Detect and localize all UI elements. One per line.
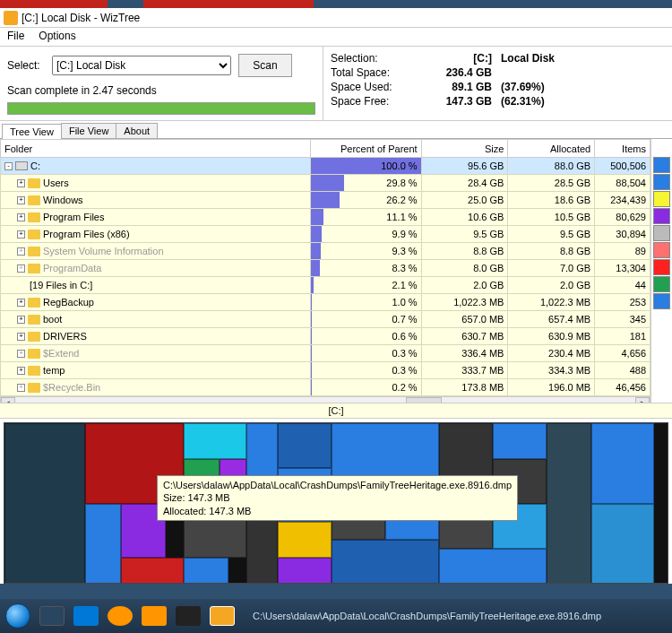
size-value: 173.8 MB: [421, 379, 508, 396]
expander-icon[interactable]: +: [17, 247, 25, 256]
treemap-block[interactable]: [278, 423, 332, 468]
wiztree-task-icon[interactable]: [210, 606, 235, 626]
selection-drive: [C:]: [429, 52, 492, 65]
size-value: 8.8 GB: [421, 243, 508, 260]
firefox-icon[interactable]: [108, 606, 133, 626]
treemap-block[interactable]: [184, 423, 246, 459]
legend-swatch[interactable]: [653, 208, 670, 224]
start-button[interactable]: [5, 603, 30, 629]
treemap-block[interactable]: [591, 423, 654, 504]
scroll-right-icon[interactable]: >: [635, 397, 650, 403]
legend-swatch[interactable]: [653, 157, 670, 173]
treemap-block[interactable]: [85, 504, 121, 584]
scroll-thumb[interactable]: [406, 397, 442, 403]
treemap-block[interactable]: [493, 423, 547, 459]
expander-icon[interactable]: +: [17, 384, 25, 392]
row-name: DRIVERS: [43, 331, 87, 342]
row-name: $Recycle.Bin: [43, 382, 100, 393]
col-folder[interactable]: Folder: [1, 140, 311, 158]
table-row[interactable]: +ProgramData8.3 %8.0 GB7.0 GB13,304: [1, 260, 650, 277]
app-icon-2[interactable]: [176, 606, 201, 626]
scan-button[interactable]: Scan: [238, 54, 292, 77]
treemap-block[interactable]: [439, 549, 547, 584]
menu-file[interactable]: File: [7, 30, 24, 42]
expander-icon[interactable]: +: [17, 333, 25, 341]
tab-about[interactable]: About: [116, 123, 158, 138]
table-row[interactable]: +boot0.7 %657.0 MB657.4 MB345: [1, 311, 650, 328]
items-value: 88,504: [595, 175, 650, 192]
taskbar[interactable]: C:\Users\dalaw\AppData\Local\CrashDumps\…: [0, 599, 672, 633]
expander-icon[interactable]: +: [17, 367, 25, 375]
size-value: 95.6 GB: [421, 158, 508, 175]
drive-select[interactable]: [C:] Local Disk: [52, 56, 231, 75]
expander-icon[interactable]: +: [17, 350, 25, 358]
expander-icon[interactable]: +: [17, 179, 25, 187]
expander-icon[interactable]: +: [17, 316, 25, 324]
legend-swatch[interactable]: [653, 293, 670, 309]
treemap-block[interactable]: [547, 423, 591, 584]
table-row[interactable]: +Users29.8 %28.4 GB28.5 GB88,504: [1, 175, 650, 192]
app-icon: [4, 11, 18, 25]
treemap[interactable]: C:\Users\dalaw\AppData\Local\CrashDumps\…: [4, 422, 668, 584]
percent-value: 8.3 %: [311, 262, 421, 274]
allocated-value: 7.0 GB: [508, 260, 595, 277]
menu-options[interactable]: Options: [39, 30, 75, 42]
legend-swatch[interactable]: [653, 276, 670, 292]
treemap-block[interactable]: [4, 423, 85, 584]
legend-swatch[interactable]: [653, 259, 670, 275]
allocated-value: 196.0 MB: [508, 379, 595, 396]
treemap-block[interactable]: [332, 540, 439, 584]
expander-icon[interactable]: +: [17, 213, 25, 221]
legend-swatch[interactable]: [653, 225, 670, 241]
col-size[interactable]: Size: [421, 140, 508, 158]
edge-icon[interactable]: [73, 606, 99, 626]
tab-file-view[interactable]: File View: [61, 123, 116, 138]
expander-icon[interactable]: +: [17, 299, 25, 307]
space-used-pct: (37.69%): [492, 81, 590, 93]
expander-icon[interactable]: +: [17, 230, 25, 238]
expander-icon[interactable]: +: [17, 264, 25, 273]
treemap-block[interactable]: [278, 558, 332, 584]
expander-icon[interactable]: -: [4, 162, 13, 170]
table-row[interactable]: +Program Files (x86)9.9 %9.5 GB9.5 GB30,…: [1, 226, 650, 243]
legend-swatch[interactable]: [653, 242, 670, 258]
table-row[interactable]: -C:100.0 %95.6 GB88.0 GB500,506: [1, 158, 650, 175]
folder-icon: [28, 332, 40, 342]
table-row[interactable]: +DRIVERS0.6 %630.7 MB630.9 MB181: [1, 328, 650, 345]
table-row[interactable]: +$Extend0.3 %336.4 MB230.4 MB4,656: [1, 345, 650, 362]
col-items[interactable]: Items: [595, 140, 650, 158]
legend-swatch[interactable]: [653, 191, 670, 207]
items-value: 181: [595, 328, 650, 345]
legend-swatch[interactable]: [653, 174, 670, 190]
treemap-block[interactable]: [278, 522, 332, 558]
row-name: Users: [43, 178, 69, 188]
items-value: 80,629: [595, 209, 650, 226]
scroll-left-icon[interactable]: <: [1, 397, 15, 403]
col-allocated[interactable]: Allocated: [508, 140, 595, 158]
treemap-block[interactable]: [591, 504, 654, 584]
percent-value: 9.3 %: [311, 245, 421, 257]
expander-icon[interactable]: +: [17, 196, 25, 204]
row-name: boot: [43, 314, 62, 325]
folder-icon: [28, 315, 40, 325]
table-row[interactable]: +$Recycle.Bin0.2 %173.8 MB196.0 MB46,456: [1, 379, 650, 396]
table-row[interactable]: [19 Files in C:]2.1 %2.0 GB2.0 GB44: [1, 277, 650, 294]
treemap-block[interactable]: [121, 558, 184, 584]
title-bar[interactable]: [C:] Local Disk - WizTree: [0, 8, 672, 28]
row-name: System Volume Information: [43, 246, 164, 256]
horizontal-scrollbar[interactable]: < >: [0, 396, 650, 403]
table-row[interactable]: +temp0.3 %333.7 MB334.3 MB488: [1, 362, 650, 379]
table-row[interactable]: +RegBackup1.0 %1,022.3 MB1,022.3 MB253: [1, 294, 650, 311]
col-percent[interactable]: Percent of Parent: [311, 140, 422, 158]
scan-status: Scan complete in 2.47 seconds: [7, 84, 315, 97]
table-row[interactable]: +Program Files11.1 %10.6 GB10.5 GB80,629: [1, 209, 650, 226]
select-label: Select:: [7, 59, 45, 72]
table-row[interactable]: +System Volume Information9.3 %8.8 GB8.8…: [1, 243, 650, 260]
table-row[interactable]: +Windows26.2 %25.0 GB18.6 GB234,439: [1, 192, 650, 209]
fth-icon[interactable]: [142, 606, 167, 626]
tab-tree-view[interactable]: Tree View: [2, 124, 62, 139]
treemap-block[interactable]: [184, 558, 228, 584]
taskview-icon[interactable]: [39, 606, 65, 626]
row-name: Windows: [43, 195, 83, 205]
size-value: 25.0 GB: [421, 192, 508, 209]
